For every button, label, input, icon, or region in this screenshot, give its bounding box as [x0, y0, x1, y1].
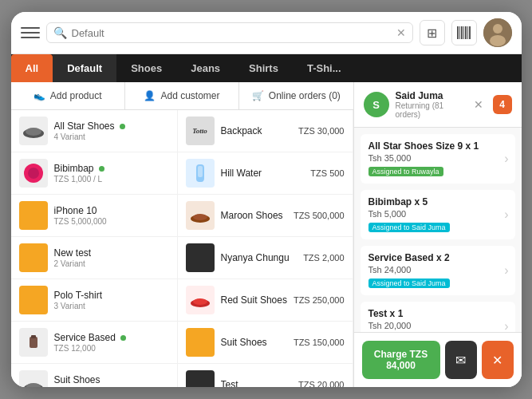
- search-icon: 🔍: [53, 26, 67, 39]
- add-product-label: Add product: [50, 90, 102, 101]
- product-name: Service Based: [54, 332, 169, 343]
- header: 🔍 ✕ ⊞: [11, 12, 522, 54]
- list-item[interactable]: Red Suit Shoes TZS 250,000: [178, 279, 353, 322]
- list-item[interactable]: All Star Shoes 4 Variant: [11, 110, 178, 152]
- product-price: TZS 250,000: [294, 295, 345, 305]
- tab-tshirts[interactable]: T-Shi...: [293, 54, 356, 82]
- tablet-container: 🔍 ✕ ⊞ All Default: [11, 12, 522, 387]
- add-customer-button[interactable]: 👤 Add customer: [125, 82, 239, 109]
- tab-shoes[interactable]: Shoes: [116, 54, 176, 82]
- svg-rect-3: [463, 26, 464, 39]
- product-thumbnail: [186, 201, 215, 230]
- product-meta: 3 Variant: [54, 302, 169, 310]
- add-product-button[interactable]: 👟 Add product: [11, 82, 125, 109]
- svg-point-19: [193, 298, 207, 305]
- main-content: 👟 Add product 👤 Add customer 🛒 Online or…: [11, 82, 522, 387]
- list-item[interactable]: Test TZS 20,000: [178, 364, 353, 387]
- product-thumbnail: [19, 370, 48, 387]
- svg-rect-20: [30, 337, 37, 348]
- product-info: Backpack: [221, 125, 293, 136]
- product-name: iPhone 10: [54, 205, 169, 216]
- product-thumbnail: [186, 370, 215, 387]
- list-item[interactable]: Bibimbap TZS 1,000 / L: [11, 152, 178, 195]
- cart-item[interactable]: All Star Shoes Size 9 x 1 Tsh 35,000 Ass…: [361, 134, 515, 184]
- email-icon: ✉: [455, 353, 466, 368]
- product-thumbnail: [19, 201, 48, 230]
- online-orders-button[interactable]: 🛒 Online orders (0): [239, 82, 353, 109]
- svg-rect-4: [465, 26, 467, 39]
- cart-items: All Star Shoes Size 9 x 1 Tsh 35,000 Ass…: [354, 128, 522, 332]
- user-avatar[interactable]: [483, 18, 512, 47]
- product-meta: 4 Variant: [54, 132, 169, 141]
- list-item[interactable]: Suit Shoes TZS 250,000: [11, 364, 178, 387]
- list-item[interactable]: Totto Backpack TZS 30,000: [178, 110, 353, 152]
- product-price: TZS 500,000: [294, 211, 345, 220]
- email-button[interactable]: ✉: [445, 341, 477, 379]
- list-item[interactable]: New test 2 Variant: [11, 237, 178, 279]
- product-name: Hill Water: [221, 168, 305, 179]
- list-item[interactable]: Nyanya Chungu TZS 2,000: [178, 237, 353, 279]
- menu-icon[interactable]: [21, 23, 40, 42]
- product-price: TZS 150,000: [294, 338, 345, 347]
- search-input[interactable]: [72, 27, 392, 39]
- product-thumbnail: [19, 117, 48, 145]
- svg-point-11: [26, 128, 41, 136]
- product-thumbnail: [19, 159, 48, 188]
- close-cart-button[interactable]: ✕: [471, 97, 487, 113]
- product-thumbnail: [19, 328, 48, 357]
- product-info: Test: [221, 379, 293, 387]
- list-item[interactable]: Hill Water TZS 500: [178, 152, 353, 195]
- product-info: Bibimbap TZS 1,000 / L: [54, 163, 169, 184]
- product-info: Nyanya Chungu: [221, 252, 298, 263]
- cart-panel: S Said Juma Returning (81 orders) ✕ 4 Al…: [354, 82, 522, 387]
- chevron-right-icon: ›: [504, 319, 508, 332]
- chevron-right-icon: ›: [504, 152, 508, 166]
- product-name: Suit Shoes: [221, 337, 287, 348]
- svg-point-23: [26, 383, 41, 387]
- tab-shirts[interactable]: Shirts: [234, 54, 293, 82]
- cart-item[interactable]: Bibimbap x 5 Tsh 5,000 Assigned to Said …: [361, 190, 515, 239]
- cart-item-badge: Assigned to Said Juma: [368, 223, 450, 232]
- action-bar: 👟 Add product 👤 Add customer 🛒 Online or…: [11, 82, 353, 110]
- list-item[interactable]: Service Based TZS 12,000: [11, 322, 178, 364]
- svg-rect-15: [198, 166, 203, 177]
- tab-jeans[interactable]: Jeans: [176, 54, 234, 82]
- product-name: Nyanya Chungu: [221, 252, 298, 263]
- tab-all[interactable]: All: [11, 54, 53, 82]
- product-info: New test 2 Variant: [54, 247, 169, 268]
- barcode-icon[interactable]: [451, 20, 477, 45]
- svg-point-13: [28, 168, 39, 179]
- grid-view-icon[interactable]: ⊞: [420, 20, 445, 45]
- product-meta: TZS 5,000,000: [54, 217, 169, 226]
- svg-rect-21: [31, 335, 36, 338]
- chevron-right-icon: ›: [504, 207, 508, 222]
- product-info: Red Suit Shoes: [221, 294, 287, 306]
- products-panel: 👟 Add product 👤 Add customer 🛒 Online or…: [11, 82, 354, 387]
- svg-rect-0: [457, 26, 459, 39]
- product-info: Hill Water: [221, 168, 305, 179]
- active-dot: [99, 166, 104, 172]
- list-item[interactable]: Maroon Shoes TZS 500,000: [178, 195, 353, 237]
- list-item[interactable]: Polo T-shirt 3 Variant: [11, 279, 178, 322]
- clear-search-button[interactable]: ✕: [396, 26, 406, 39]
- list-item[interactable]: Suit Shoes TZS 150,000: [178, 322, 353, 364]
- cart-item[interactable]: Service Based x 2 Tsh 24,000 Assigned to…: [361, 246, 515, 295]
- product-meta: TZS 1,000 / L: [54, 175, 169, 184]
- customer-name: Said Juma: [396, 90, 464, 101]
- charge-button[interactable]: Charge TZS 84,000: [362, 341, 440, 379]
- product-name: Suit Shoes: [54, 374, 169, 385]
- product-price: TZS 30,000: [298, 126, 344, 136]
- list-item[interactable]: iPhone 10 TZS 5,000,000: [11, 195, 178, 237]
- clear-cart-button[interactable]: ✕: [482, 341, 514, 379]
- product-meta: TZS 250,000: [54, 386, 169, 387]
- product-thumbnail: [186, 243, 215, 272]
- add-customer-icon: 👤: [144, 90, 156, 101]
- cart-item-name: Service Based x 2: [368, 252, 507, 263]
- cart-item-name: All Star Shoes Size 9 x 1: [368, 140, 507, 152]
- tab-default[interactable]: Default: [53, 54, 116, 82]
- clear-icon: ✕: [492, 353, 502, 368]
- product-thumbnail: [186, 159, 215, 188]
- cart-item[interactable]: Test x 1 Tsh 20,000 Assigned to Said Jum…: [361, 302, 515, 332]
- cart-item-price: Tsh 5,000: [368, 209, 507, 219]
- product-thumbnail: [186, 328, 215, 357]
